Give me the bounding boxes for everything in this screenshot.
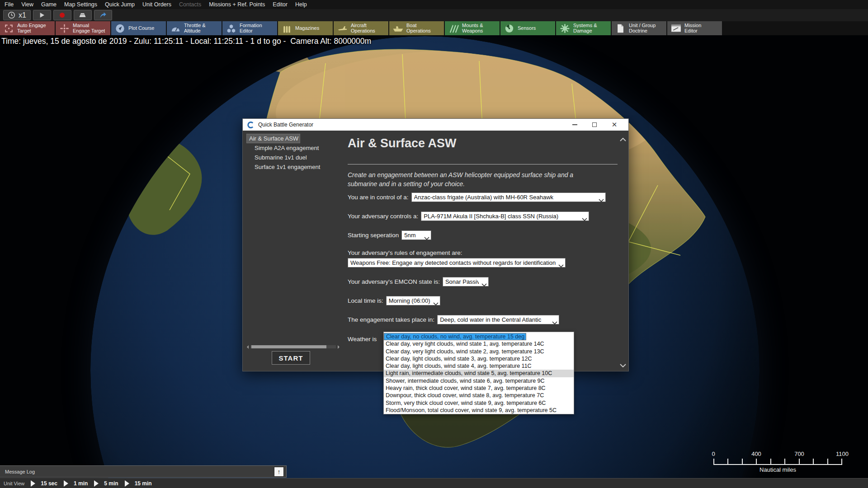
select-value: Deep, cold water in the Central Atlantic [440, 316, 549, 323]
scroll-left-icon[interactable] [247, 345, 249, 349]
chevron-down-icon[interactable] [620, 361, 626, 365]
scale-tick [727, 459, 728, 464]
field-label: Your adversary's EMCON state is: [348, 278, 440, 285]
field-your-adversary-s-emcon-state-is: Your adversary's EMCON state is:Sonar Pa… [348, 277, 618, 286]
plot-course-button[interactable]: Plot Course [111, 21, 166, 35]
mission-editor-button[interactable]: Mission Editor [667, 21, 722, 35]
map-terrain-button[interactable] [74, 10, 92, 20]
close-icon[interactable]: ✕ [611, 122, 618, 128]
map-scale: 04007001100 Nautical miles [713, 450, 842, 473]
scenario-item-submarine-1v1-duel[interactable]: Submarine 1v1 duel [246, 153, 347, 162]
scenario-list: Air & Surface ASWSimple A2A engagementSu… [243, 131, 347, 371]
menu-item-map-settings[interactable]: Map Settings [64, 1, 97, 8]
scenario-item-air-surface-asw[interactable]: Air & Surface ASW [246, 134, 300, 143]
record-button[interactable] [53, 10, 71, 20]
menu-item-game[interactable]: Game [41, 1, 57, 8]
menu-item-help[interactable]: Help [295, 1, 307, 8]
message-log-bar[interactable]: Message Log ↑ [0, 465, 287, 478]
menu-item-unit-orders[interactable]: Unit Orders [142, 1, 171, 8]
throttle-altitude-button[interactable]: Throttle & Altitude [167, 21, 222, 35]
select-the-engagement-takes-place-in[interactable]: Deep, cold water in the Central Atlantic [437, 315, 559, 324]
scenario-list-hscrollbar[interactable] [247, 345, 340, 349]
select-your-adversary-s-rules-of-engagement-are[interactable]: Weapons Free: Engage any detected contac… [348, 258, 566, 267]
weather-option[interactable]: Clear day, very light clouds, wind state… [384, 340, 574, 347]
select-you-are-in-control-of-a[interactable]: Anzac-class frigate (Australia) with MH-… [411, 192, 606, 202]
chevron-up-icon[interactable] [620, 135, 626, 139]
chevron-down-icon [433, 299, 439, 302]
scale-tick [756, 459, 757, 464]
magazines-button[interactable]: Magazines [278, 21, 333, 35]
scale-numbers: 04007001100 [713, 450, 842, 457]
aircraft-icon [337, 23, 348, 33]
weather-option[interactable]: Downpour, thick cloud cover, wind state … [384, 392, 574, 399]
maximize-icon[interactable] [591, 122, 598, 128]
time-step-15-sec[interactable]: 15 sec [41, 480, 57, 487]
scale-tick [770, 459, 771, 464]
play-button[interactable] [33, 10, 51, 20]
weather-option[interactable]: Heavy rain, thick cloud cover, wind stat… [384, 385, 574, 392]
select-starting-seperation[interactable]: 5nm [401, 230, 431, 240]
select-your-adversary-controls-a[interactable]: PLA-971M Akula II [Shchuka-B] class SSN … [421, 211, 589, 221]
scenario-description: Create an engagement between an ASW heli… [348, 170, 574, 188]
menu-item-editor[interactable]: Editor [273, 1, 288, 8]
scale-ruler [713, 458, 842, 465]
sensors-button[interactable]: Sensors [500, 21, 555, 35]
scenario-options-form: You are in control of a:Anzac-class frig… [348, 192, 618, 324]
weather-label: Weather is [348, 336, 377, 343]
weather-option[interactable]: Clear day, light clouds, wind state 3, a… [384, 355, 574, 362]
play-step-icon[interactable] [125, 480, 129, 487]
manual-engage-target-button[interactable]: Manual Engage Target [56, 21, 110, 35]
time-status-text: Time: jueves, 15 de agosto de 2019 - Zul… [1, 37, 371, 46]
time-compression-button[interactable]: x1 [3, 10, 31, 20]
compass-icon [114, 23, 126, 33]
start-button[interactable]: START [272, 351, 310, 365]
aircraft-operations-button[interactable]: Aircraft Operations [334, 21, 388, 35]
dialog-vscrollbar[interactable] [618, 131, 628, 371]
scenario-item-simple-a2a-engagement[interactable]: Simple A2A engagement [246, 144, 347, 153]
time-step-1-min[interactable]: 1 min [74, 480, 88, 487]
toolbar-button-label: Boat Operations [406, 23, 431, 33]
menu-bar: FileViewGameMap SettingsQuick JumpUnit O… [0, 0, 868, 9]
weather-option[interactable]: Shower, intermediate clouds, wind state … [384, 377, 574, 385]
time-compression-label: x1 [19, 11, 26, 19]
weather-option[interactable]: Clear day, no clouds, no wind, avg. temp… [384, 333, 526, 340]
scale-number: 400 [751, 450, 761, 457]
weather-option[interactable]: Storm, very thick cloud cover, wind stat… [384, 399, 574, 407]
scenario-item-surface-1v1-engagement[interactable]: Surface 1v1 engagement [246, 163, 347, 172]
menu-item-view[interactable]: View [21, 1, 33, 8]
weather-option[interactable]: Light rain, intermediate clouds, wind st… [384, 370, 574, 377]
formation-editor-button[interactable]: Formation Editor [222, 21, 277, 35]
play-step-icon[interactable] [94, 480, 99, 487]
select-local-time-is[interactable]: Morning (06:00) [386, 296, 440, 305]
weather-option[interactable]: Clear day, very light clouds, wind state… [384, 348, 574, 355]
menu-item-quick-jump[interactable]: Quick Jump [105, 1, 135, 8]
select-your-adversary-s-emcon-state-is[interactable]: Sonar Passive [443, 277, 489, 286]
auto-engage-target-button[interactable]: Auto Engage Target [0, 21, 55, 35]
dialog-titlebar[interactable]: Quick Battle Generator ✕ [243, 119, 628, 131]
mounts-weapons-button[interactable]: Mounts & Weapons [445, 21, 500, 35]
menu-item-file[interactable]: File [5, 1, 14, 8]
mission-editor-icon [670, 23, 682, 33]
scale-number: 0 [712, 450, 715, 457]
boat-operations-button[interactable]: Boat Operations [389, 21, 444, 35]
systems-damage-button[interactable]: Systems & Damage [556, 21, 611, 35]
hscroll-thumb[interactable] [251, 345, 326, 348]
time-step-15-min[interactable]: 15 min [135, 480, 152, 487]
menu-item-missions-ref-points[interactable]: Missions + Ref. Points [209, 1, 265, 8]
unit-group-doctrine-button[interactable]: Unit / Group Doctrine [612, 21, 666, 35]
play-step-icon[interactable] [31, 480, 35, 487]
weather-option[interactable]: Flood/Monsoon, total cloud cover, wind s… [384, 407, 574, 414]
expand-log-button[interactable]: ↑ [274, 467, 284, 477]
field-label: Your adversary controls a: [348, 213, 418, 220]
weather-option[interactable]: Clear day, light clouds, wind state 4, a… [384, 362, 574, 370]
quick-jump-button[interactable] [94, 10, 112, 20]
time-step-5-min[interactable]: 5 min [104, 480, 118, 487]
scale-number: 700 [794, 450, 804, 457]
scroll-right-icon[interactable] [338, 345, 340, 349]
play-step-icon[interactable] [64, 480, 68, 487]
field-your-adversary-s-rules-of-engagement-are: Your adversary's rules of engagement are… [348, 249, 618, 267]
scale-number: 1100 [836, 450, 849, 457]
weather-listbox[interactable]: Clear day, no clouds, no wind, avg. temp… [383, 332, 574, 414]
field-label: The engagement takes place in: [348, 316, 434, 323]
minimize-icon[interactable] [571, 122, 578, 128]
